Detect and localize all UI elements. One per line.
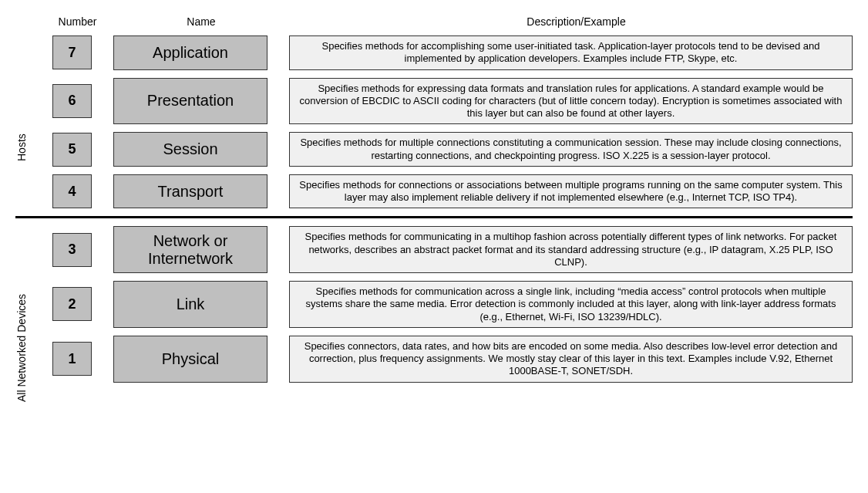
layer-number: 7 [52,35,92,69]
group-label-hosts: Hosts [15,39,28,255]
layer-row: 4TransportSpecifies methods for connecti… [52,174,853,209]
layer-row: 3Network or InternetworkSpecifies method… [52,226,853,273]
layer-row: 2LinkSpecifies methods for communication… [52,281,853,328]
layer-name: Transport [113,174,267,209]
layer-number: 4 [52,174,92,208]
layer-name: Physical [113,336,267,383]
layer-number: 3 [52,233,92,267]
layer-name: Presentation [113,78,267,125]
layer-number: 5 [52,133,92,167]
content-area: Hosts All Networked Devices 7Application… [15,35,853,383]
layer-name: Link [113,281,267,328]
column-headers: Number Name Description/Example [52,15,853,28]
layer-row: 1PhysicalSpecifies connectors, data rate… [52,336,853,383]
layer-name: Session [113,132,267,167]
layer-description: Specifies methods for communicating in a… [289,226,853,273]
layer-description: Specifies connectors, data rates, and ho… [289,336,853,383]
group-divider [15,216,853,218]
layer-number: 1 [52,342,92,376]
header-number: Number [52,15,103,28]
rows-area: 7ApplicationSpecifies methods for accomp… [52,35,853,383]
layer-description: Specifies methods for communication acro… [289,281,853,328]
layer-description: Specifies methods for accomplishing some… [289,35,853,70]
layer-name: Network or Internetwork [113,226,267,273]
layer-number: 6 [52,84,92,118]
group-label-all-networked-devices: All Networked Devices [15,267,28,406]
layer-description: Specifies methods for connections or ass… [289,174,853,209]
layer-number: 2 [52,287,92,321]
header-name: Name [124,15,278,28]
layer-row: 7ApplicationSpecifies methods for accomp… [52,35,853,70]
layer-description: Specifies methods for multiple connectio… [289,132,853,167]
layer-description: Specifies methods for expressing data fo… [289,78,853,125]
layer-row: 6PresentationSpecifies methods for expre… [52,78,853,125]
osi-layers-diagram: Number Name Description/Example Hosts Al… [15,15,853,383]
header-description: Description/Example [300,15,853,28]
layer-row: 5SessionSpecifies methods for multiple c… [52,132,853,167]
layer-name: Application [113,35,267,70]
